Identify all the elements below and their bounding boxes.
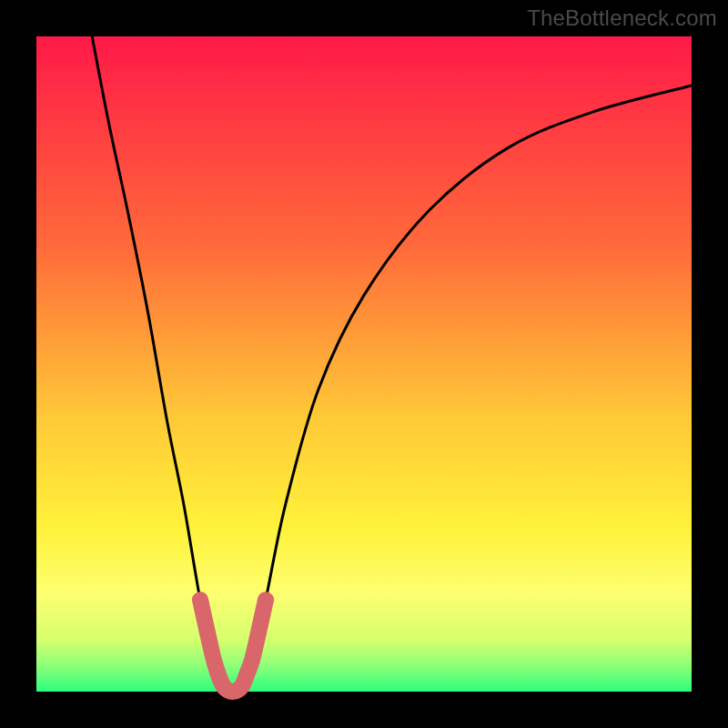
watermark-text: TheBottleneck.com xyxy=(527,5,717,31)
chart-frame: TheBottleneck.com xyxy=(0,0,728,728)
chart-svg xyxy=(0,0,728,728)
plot-background xyxy=(36,36,692,692)
